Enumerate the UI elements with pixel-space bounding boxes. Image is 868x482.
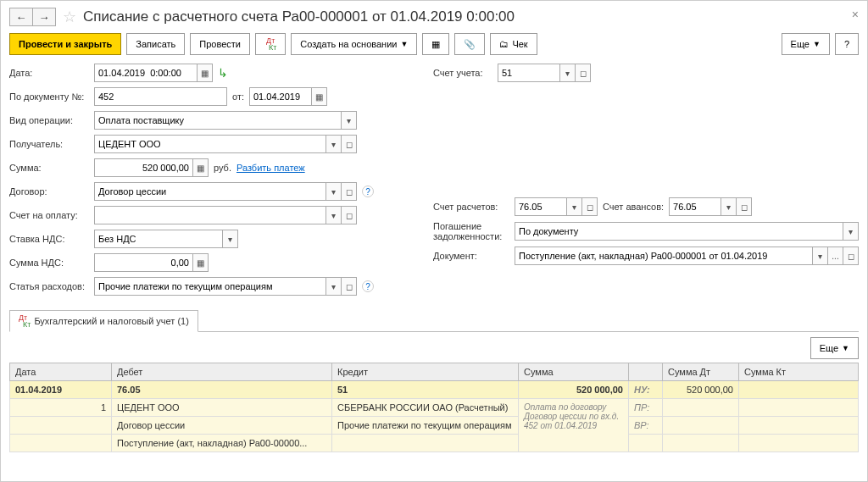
- nav-back-button[interactable]: ←: [9, 8, 33, 26]
- chevron-down-icon[interactable]: ▾: [341, 112, 356, 129]
- check-button[interactable]: Чек: [490, 33, 537, 55]
- document-field[interactable]: ▾...◻: [515, 247, 859, 265]
- help-icon[interactable]: ?: [362, 186, 374, 197]
- open-icon[interactable]: ◻: [581, 198, 597, 215]
- chevron-down-icon[interactable]: ▾: [326, 183, 341, 200]
- docnum-field[interactable]: [94, 87, 227, 106]
- table-row[interactable]: 1 ЦЕДЕНТ ООО СБЕРБАНК РОССИИ ОАО (Расчет…: [10, 399, 859, 417]
- debt-label: Погашение задолженности:: [433, 221, 509, 241]
- col-sum[interactable]: Сумма: [519, 363, 629, 381]
- more-icon[interactable]: ...: [827, 247, 843, 264]
- calculator-icon[interactable]: ▦: [192, 254, 208, 271]
- chevron-down-icon[interactable]: ▾: [566, 198, 581, 215]
- optype-label: Вид операции:: [9, 115, 89, 125]
- document-label: Документ:: [433, 251, 509, 261]
- favorite-star-icon[interactable]: ☆: [63, 8, 76, 26]
- window-title: Списание с расчетного счета Ра00-000001 …: [83, 8, 515, 25]
- invoice-label: Счет на оплату:: [9, 210, 89, 220]
- save-button[interactable]: Записать: [126, 33, 185, 55]
- chevron-down-icon[interactable]: ▾: [326, 207, 341, 224]
- sum-label: Сумма:: [9, 163, 89, 173]
- sum-field[interactable]: ▦: [94, 158, 209, 177]
- nav-forward-button[interactable]: →: [32, 8, 56, 26]
- more-button[interactable]: Еще ▼: [782, 33, 830, 55]
- open-icon[interactable]: ◻: [341, 207, 356, 224]
- settle-acc-field[interactable]: ▾◻: [515, 197, 598, 216]
- account-field[interactable]: ▾◻: [498, 64, 591, 82]
- open-icon[interactable]: ◻: [736, 198, 751, 215]
- close-icon[interactable]: ×: [852, 8, 859, 21]
- table-row[interactable]: 01.04.2019 76.05 51 520 000,00 НУ: 520 0…: [10, 381, 859, 399]
- post-button[interactable]: Провести: [190, 33, 250, 55]
- chevron-down-icon[interactable]: ▾: [326, 278, 341, 295]
- expense-label: Статья расходов:: [9, 281, 89, 291]
- date-field[interactable]: ▦: [94, 64, 213, 82]
- tab-accounting[interactable]: Бухгалтерский и налоговый учет (1): [9, 310, 198, 332]
- printer-icon: [431, 39, 440, 50]
- table-row[interactable]: Поступление (акт, накладная) Ра00-00000.…: [10, 435, 859, 452]
- chevron-down-icon[interactable]: ▾: [326, 136, 341, 152]
- optype-field[interactable]: ▾: [94, 111, 357, 130]
- docnum-label: По документу №:: [9, 91, 89, 102]
- col-sum-dt[interactable]: Сумма Дт: [663, 363, 739, 381]
- chevron-down-icon[interactable]: ▾: [812, 247, 827, 264]
- entries-table: Дата Дебет Кредит Сумма Сумма Дт Сумма К…: [9, 363, 859, 452]
- expense-field[interactable]: ▾◻: [94, 277, 357, 296]
- settle-acc-label: Счет расчетов:: [433, 202, 509, 212]
- open-icon[interactable]: ◻: [843, 247, 858, 264]
- calendar-icon[interactable]: ▦: [197, 64, 212, 81]
- dtkt-button[interactable]: [255, 33, 286, 55]
- vat-rate-field[interactable]: ▾: [94, 230, 238, 248]
- attach-button[interactable]: [454, 33, 485, 55]
- vat-sum-field[interactable]: ▦: [94, 253, 209, 272]
- advance-acc-field[interactable]: ▾◻: [669, 197, 752, 216]
- vat-sum-label: Сумма НДС:: [9, 258, 89, 268]
- open-icon[interactable]: ◻: [341, 136, 356, 152]
- debt-field[interactable]: ▾: [515, 222, 859, 241]
- post-and-close-button[interactable]: Провести и закрыть: [9, 33, 121, 55]
- chevron-down-icon[interactable]: ▾: [559, 64, 575, 81]
- chevron-down-icon[interactable]: ▾: [843, 223, 858, 240]
- table-row[interactable]: Договор цессии Прочие платежи по текущим…: [10, 417, 859, 435]
- print-button[interactable]: [422, 33, 449, 55]
- paperclip-icon: [464, 39, 476, 50]
- receiver-field[interactable]: ▾◻: [94, 135, 357, 153]
- calendar-icon[interactable]: ▦: [311, 88, 326, 105]
- check-device-icon: [499, 39, 509, 49]
- open-icon[interactable]: ◻: [575, 64, 590, 81]
- chevron-down-icon[interactable]: ▾: [222, 230, 237, 247]
- open-icon[interactable]: ◻: [341, 183, 356, 200]
- split-payment-link[interactable]: Разбить платеж: [236, 163, 305, 173]
- invoice-field[interactable]: ▾◻: [94, 206, 357, 224]
- docnum-from-field[interactable]: ▦: [249, 87, 327, 106]
- advance-acc-label: Счет авансов:: [603, 202, 664, 212]
- calculator-icon[interactable]: ▦: [192, 159, 208, 176]
- col-date[interactable]: Дата: [10, 363, 112, 381]
- status-posted-icon: ↳: [218, 66, 228, 80]
- date-label: Дата:: [9, 68, 89, 78]
- help-icon[interactable]: ?: [362, 280, 374, 292]
- col-sum-kt[interactable]: Сумма Кт: [739, 363, 859, 381]
- open-icon[interactable]: ◻: [341, 278, 356, 295]
- docnum-from-label: от:: [232, 91, 244, 102]
- contract-label: Договор:: [9, 186, 89, 197]
- sum-currency: руб.: [214, 163, 231, 173]
- grid-more-button[interactable]: Еще ▼: [810, 337, 859, 359]
- col-debit[interactable]: Дебет: [112, 363, 332, 381]
- help-button[interactable]: ?: [835, 33, 859, 55]
- contract-field[interactable]: ▾◻: [94, 182, 357, 201]
- col-credit[interactable]: Кредит: [332, 363, 519, 381]
- account-label: Счет учета:: [433, 68, 492, 78]
- vat-rate-label: Ставка НДС:: [9, 234, 89, 244]
- chevron-down-icon[interactable]: ▾: [721, 198, 736, 215]
- receiver-label: Получатель:: [9, 139, 89, 149]
- create-based-button[interactable]: Создать на основании ▼: [291, 33, 417, 55]
